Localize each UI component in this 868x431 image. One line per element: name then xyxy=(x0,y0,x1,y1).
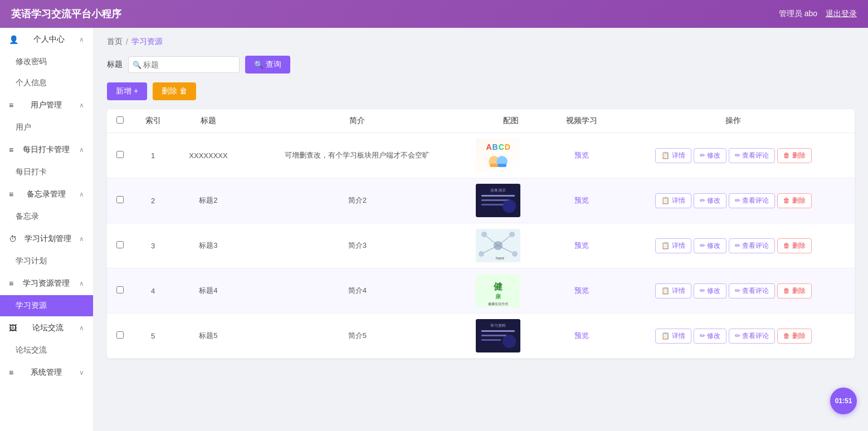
sidebar-group-label-system: 系统管理 xyxy=(31,368,62,378)
row1-comment-button[interactable]: ✏ 查看评论 xyxy=(729,148,775,163)
col-image: 配图 xyxy=(470,109,551,133)
sidebar-item-personal-info[interactable]: 个人信息 xyxy=(0,72,93,94)
row5-preview-link[interactable]: 预览 xyxy=(574,331,589,340)
col-video: 视频学习 xyxy=(551,109,612,133)
sidebar-group-label-memo: 备忘录管理 xyxy=(27,189,66,199)
row3-description: 简介3 xyxy=(245,223,470,268)
search-input-wrap: 🔍 xyxy=(128,56,240,73)
row1-index: 1 xyxy=(134,133,173,178)
row5-edit-button[interactable]: ✏ 修改 xyxy=(694,329,726,344)
row2-delete-button[interactable]: 🗑 删除 xyxy=(777,193,811,208)
row2-edit-button[interactable]: ✏ 修改 xyxy=(694,193,726,208)
sidebar-item-resource[interactable]: 学习资源 xyxy=(0,295,93,316)
row1-select[interactable] xyxy=(116,151,124,158)
sidebar-group-header-plan[interactable]: ⏱ 学习计划管理 ∧ xyxy=(0,227,93,251)
main-layout: 👤 个人中心 ∧ 修改密码 个人信息 ≡ 用户管理 ∧ 用户 ≡ 每日打卡管理 … xyxy=(0,28,868,431)
row4-image: 健 康 健康生活方式 xyxy=(470,268,551,314)
row3-detail-button[interactable]: 📋 详情 xyxy=(655,238,691,253)
table: 索引 标题 简介 配图 视频学习 操作 1 XXXXXXXX 可增删查改，有个 xyxy=(107,109,855,359)
row5-index: 5 xyxy=(134,314,173,359)
sidebar-group-forum: 🖼 论坛交流 ∧ 论坛交流 xyxy=(0,316,93,361)
sidebar-group-header-memo[interactable]: ≡ 备忘录管理 ∧ xyxy=(0,183,93,206)
row1-checkbox xyxy=(107,133,134,178)
chevron-up-icon-memo: ∧ xyxy=(79,190,84,198)
table-row: 1 XXXXXXXX 可增删查改，有个学习板块用户端才不会空旷 A B C D xyxy=(107,133,855,178)
search-button[interactable]: 🔍 查询 xyxy=(245,56,290,74)
personal-center-icon: 👤 xyxy=(9,35,18,44)
timer-badge[interactable]: 01:51 xyxy=(830,388,857,414)
row5-detail-button[interactable]: 📋 详情 xyxy=(655,329,691,344)
row1-edit-button[interactable]: ✏ 修改 xyxy=(694,148,726,163)
row4-detail-button[interactable]: 📋 详情 xyxy=(655,283,691,298)
row4-select[interactable] xyxy=(116,286,124,293)
sidebar-group-system: ≡ 系统管理 ∨ xyxy=(0,361,93,384)
svg-rect-5 xyxy=(481,195,515,197)
sidebar-item-daily[interactable]: 每日打卡 xyxy=(0,161,93,183)
row4-video: 预览 xyxy=(551,268,612,314)
select-all-checkbox[interactable] xyxy=(116,116,124,124)
row4-preview-link[interactable]: 预览 xyxy=(574,286,589,295)
system-icon: ≡ xyxy=(9,368,13,377)
forum-icon: 🖼 xyxy=(9,324,17,332)
sidebar-item-users[interactable]: 用户 xyxy=(0,117,93,138)
logout-button[interactable]: 退出登录 xyxy=(826,9,857,19)
row4-comment-button[interactable]: ✏ 查看评论 xyxy=(729,283,775,298)
table-row: 3 标题3 简介3 xyxy=(107,223,855,268)
col-actions: 操作 xyxy=(612,109,855,133)
sidebar-item-plan[interactable]: 学习计划 xyxy=(0,251,93,272)
row5-description: 简介5 xyxy=(245,314,470,359)
row3-comment-button[interactable]: ✏ 查看评论 xyxy=(729,238,775,253)
add-button[interactable]: 新增 + xyxy=(107,82,147,100)
row2-select[interactable] xyxy=(116,196,124,203)
row2-title: 标题2 xyxy=(172,178,244,223)
row2-comment-button[interactable]: ✏ 查看评论 xyxy=(729,193,775,208)
search-label: 标题 xyxy=(107,60,123,70)
sidebar-item-memo[interactable]: 备忘录 xyxy=(0,206,93,227)
row1-title: XXXXXXXX xyxy=(172,133,244,178)
breadcrumb-separator: / xyxy=(126,37,128,46)
svg-point-29 xyxy=(503,335,516,348)
svg-rect-28 xyxy=(481,339,501,341)
chevron-up-icon: ∧ xyxy=(79,36,84,43)
row3-preview-link[interactable]: 预览 xyxy=(574,241,589,249)
row2-preview-link[interactable]: 预览 xyxy=(574,196,589,204)
sidebar-group-header-resource[interactable]: ≡ 学习资源管理 ∧ xyxy=(0,272,93,295)
table-row: 4 标题4 简介4 健 康 健康生活方式 xyxy=(107,268,855,314)
svg-rect-26 xyxy=(481,330,515,332)
svg-point-17 xyxy=(509,232,515,237)
header-right: 管理员 abo 退出登录 xyxy=(779,9,857,19)
sidebar-group-header-forum[interactable]: 🖼 论坛交流 ∧ xyxy=(0,316,93,340)
sidebar-group-header-daily[interactable]: ≡ 每日打卡管理 ∧ xyxy=(0,138,93,161)
sidebar-item-change-password[interactable]: 修改密码 xyxy=(0,51,93,72)
breadcrumb-current: 学习资源 xyxy=(131,37,163,47)
search-input[interactable] xyxy=(128,56,240,73)
row5-comment-button[interactable]: ✏ 查看评论 xyxy=(729,329,775,344)
table-body: 1 XXXXXXXX 可增删查改，有个学习板块用户端才不会空旷 A B C D xyxy=(107,133,855,359)
col-checkbox xyxy=(107,109,134,133)
row1-detail-button[interactable]: 📋 详情 xyxy=(655,148,691,163)
row3-select[interactable] xyxy=(116,241,124,248)
row1-image: A B C D xyxy=(470,133,551,178)
row3-title: 标题3 xyxy=(172,223,244,268)
memo-icon: ≡ xyxy=(9,190,13,199)
row3-edit-button[interactable]: ✏ 修改 xyxy=(694,238,726,253)
row5-delete-button[interactable]: 🗑 删除 xyxy=(777,329,811,344)
sidebar-group-header-personal[interactable]: 👤 个人中心 ∧ xyxy=(0,28,93,51)
row1-image-preview: A B C D xyxy=(476,139,520,172)
batch-delete-button[interactable]: 删除 🗑 xyxy=(153,82,196,100)
row5-select[interactable] xyxy=(116,331,124,339)
sidebar-group-header-system[interactable]: ≡ 系统管理 ∨ xyxy=(0,361,93,384)
sidebar-group-header-user[interactable]: ≡ 用户管理 ∧ xyxy=(0,94,93,117)
row4-delete-button[interactable]: 🗑 删除 xyxy=(777,283,811,298)
sidebar-item-forum[interactable]: 论坛交流 xyxy=(0,340,93,361)
row5-action-group: 📋 详情 ✏ 修改 ✏ 查看评论 🗑 删除 xyxy=(618,329,849,344)
row1-delete-button[interactable]: 🗑 删除 xyxy=(777,148,811,163)
row4-title: 标题4 xyxy=(172,268,244,314)
sidebar: 👤 个人中心 ∧ 修改密码 个人信息 ≡ 用户管理 ∧ 用户 ≡ 每日打卡管理 … xyxy=(0,28,94,431)
row2-detail-button[interactable]: 📋 详情 xyxy=(655,193,691,208)
row1-preview-link[interactable]: 预览 xyxy=(574,151,589,159)
row4-edit-button[interactable]: ✏ 修改 xyxy=(694,283,726,298)
row3-delete-button[interactable]: 🗑 删除 xyxy=(777,238,811,253)
sidebar-group-label-resource: 学习资源管理 xyxy=(23,278,70,288)
row1-description: 可增删查改，有个学习板块用户端才不会空旷 xyxy=(245,133,470,178)
